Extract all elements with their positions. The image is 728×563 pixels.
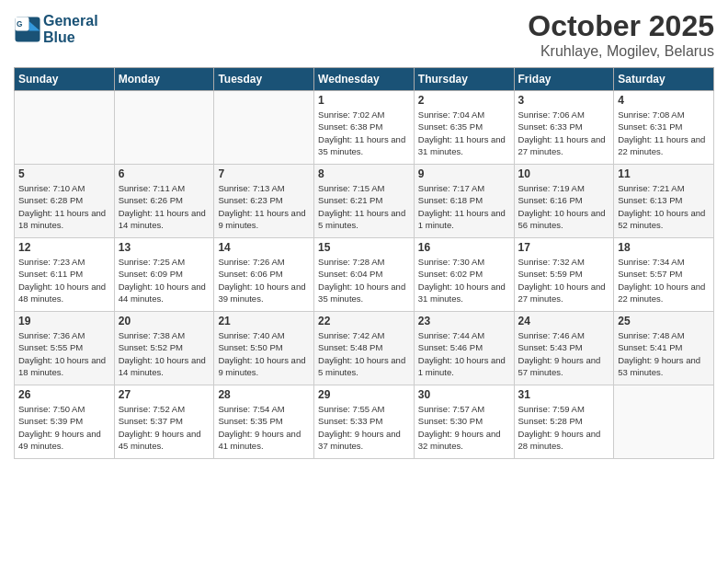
weekday-header-monday: Monday	[114, 68, 214, 91]
day-number: 17	[518, 241, 610, 254]
day-number: 30	[418, 388, 510, 401]
calendar-cell: 4Sunrise: 7:08 AMSunset: 6:31 PMDaylight…	[614, 91, 714, 165]
calendar-cell: 9Sunrise: 7:17 AMSunset: 6:18 PMDaylight…	[414, 165, 514, 238]
logo: G General Blue	[14, 13, 98, 45]
day-number: 2	[418, 94, 510, 107]
calendar-cell: 31Sunrise: 7:59 AMSunset: 5:28 PMDayligh…	[514, 385, 614, 459]
day-number: 24	[518, 315, 610, 327]
calendar-cell: 14Sunrise: 7:26 AMSunset: 6:06 PMDayligh…	[214, 238, 314, 312]
day-number: 11	[618, 167, 710, 180]
calendar-cell: 30Sunrise: 7:57 AMSunset: 5:30 PMDayligh…	[414, 385, 514, 459]
day-number: 23	[418, 315, 510, 327]
day-number: 9	[418, 167, 510, 180]
weekday-header-thursday: Thursday	[414, 68, 514, 91]
day-number: 18	[618, 241, 710, 254]
day-info: Sunrise: 7:23 AMSunset: 6:11 PMDaylight:…	[18, 256, 110, 304]
calendar-cell: 8Sunrise: 7:15 AMSunset: 6:21 PMDaylight…	[314, 165, 415, 238]
calendar-cell: 10Sunrise: 7:19 AMSunset: 6:16 PMDayligh…	[514, 165, 614, 238]
day-info: Sunrise: 7:10 AMSunset: 6:28 PMDaylight:…	[18, 182, 110, 231]
day-info: Sunrise: 7:02 AMSunset: 6:38 PMDaylight:…	[318, 109, 410, 157]
day-info: Sunrise: 7:21 AMSunset: 6:13 PMDaylight:…	[618, 182, 710, 231]
day-info: Sunrise: 7:13 AMSunset: 6:23 PMDaylight:…	[218, 182, 310, 231]
day-info: Sunrise: 7:25 AMSunset: 6:09 PMDaylight:…	[119, 256, 210, 304]
calendar-cell: 3Sunrise: 7:06 AMSunset: 6:33 PMDaylight…	[514, 91, 614, 165]
day-info: Sunrise: 7:38 AMSunset: 5:52 PMDaylight:…	[119, 329, 210, 378]
day-info: Sunrise: 7:42 AMSunset: 5:48 PMDaylight:…	[318, 329, 410, 378]
day-number: 3	[518, 94, 610, 107]
calendar-cell: 21Sunrise: 7:40 AMSunset: 5:50 PMDayligh…	[214, 312, 314, 385]
calendar-cell: 16Sunrise: 7:30 AMSunset: 6:02 PMDayligh…	[414, 238, 514, 312]
calendar-cell: 11Sunrise: 7:21 AMSunset: 6:13 PMDayligh…	[614, 165, 714, 238]
day-number: 1	[318, 94, 410, 107]
day-number: 6	[119, 167, 210, 180]
day-info: Sunrise: 7:46 AMSunset: 5:43 PMDaylight:…	[518, 329, 610, 378]
day-info: Sunrise: 7:08 AMSunset: 6:31 PMDaylight:…	[618, 109, 710, 157]
month-title: October 2025	[528, 9, 714, 43]
calendar-cell: 13Sunrise: 7:25 AMSunset: 6:09 PMDayligh…	[114, 238, 214, 312]
weekday-header-saturday: Saturday	[614, 68, 714, 91]
day-info: Sunrise: 7:54 AMSunset: 5:35 PMDaylight:…	[218, 403, 310, 452]
logo-text: General Blue	[43, 13, 98, 45]
location-title: Kruhlaye, Mogilev, Belarus	[528, 43, 714, 60]
day-info: Sunrise: 7:11 AMSunset: 6:26 PMDaylight:…	[119, 182, 210, 231]
day-number: 16	[418, 241, 510, 254]
calendar-cell	[214, 91, 314, 165]
calendar-cell: 27Sunrise: 7:52 AMSunset: 5:37 PMDayligh…	[114, 385, 214, 459]
day-info: Sunrise: 7:55 AMSunset: 5:33 PMDaylight:…	[318, 403, 410, 452]
day-info: Sunrise: 7:36 AMSunset: 5:55 PMDaylight:…	[18, 329, 110, 378]
calendar-cell: 6Sunrise: 7:11 AMSunset: 6:26 PMDaylight…	[114, 165, 214, 238]
day-number: 29	[318, 388, 410, 401]
calendar-cell: 19Sunrise: 7:36 AMSunset: 5:55 PMDayligh…	[15, 312, 115, 385]
day-info: Sunrise: 7:15 AMSunset: 6:21 PMDaylight:…	[318, 182, 410, 231]
day-info: Sunrise: 7:48 AMSunset: 5:41 PMDaylight:…	[618, 329, 710, 378]
calendar-cell	[114, 91, 214, 165]
day-number: 14	[218, 241, 310, 254]
day-info: Sunrise: 7:57 AMSunset: 5:30 PMDaylight:…	[418, 403, 510, 452]
weekday-header-sunday: Sunday	[15, 68, 115, 91]
calendar-cell: 18Sunrise: 7:34 AMSunset: 5:57 PMDayligh…	[614, 238, 714, 312]
calendar-cell: 12Sunrise: 7:23 AMSunset: 6:11 PMDayligh…	[15, 238, 115, 312]
calendar-cell: 26Sunrise: 7:50 AMSunset: 5:39 PMDayligh…	[15, 385, 115, 459]
calendar-cell	[614, 385, 714, 459]
header: G General Blue October 2025 Kruhlaye, Mo…	[14, 9, 714, 60]
calendar-cell: 29Sunrise: 7:55 AMSunset: 5:33 PMDayligh…	[314, 385, 415, 459]
calendar-cell: 22Sunrise: 7:42 AMSunset: 5:48 PMDayligh…	[314, 312, 415, 385]
weekday-header-tuesday: Tuesday	[214, 68, 314, 91]
calendar-cell: 7Sunrise: 7:13 AMSunset: 6:23 PMDaylight…	[214, 165, 314, 238]
svg-text:G: G	[17, 20, 22, 29]
day-info: Sunrise: 7:28 AMSunset: 6:04 PMDaylight:…	[318, 256, 410, 304]
day-info: Sunrise: 7:32 AMSunset: 5:59 PMDaylight:…	[518, 256, 610, 304]
day-number: 26	[18, 388, 110, 401]
day-info: Sunrise: 7:19 AMSunset: 6:16 PMDaylight:…	[518, 182, 610, 231]
day-number: 8	[318, 167, 410, 180]
day-number: 20	[119, 315, 210, 327]
day-number: 15	[318, 241, 410, 254]
day-number: 13	[119, 241, 210, 254]
day-number: 5	[18, 167, 110, 180]
day-number: 12	[18, 241, 110, 254]
day-info: Sunrise: 7:26 AMSunset: 6:06 PMDaylight:…	[218, 256, 310, 304]
day-info: Sunrise: 7:34 AMSunset: 5:57 PMDaylight:…	[618, 256, 710, 304]
day-info: Sunrise: 7:40 AMSunset: 5:50 PMDaylight:…	[218, 329, 310, 378]
calendar-cell: 17Sunrise: 7:32 AMSunset: 5:59 PMDayligh…	[514, 238, 614, 312]
calendar-cell: 25Sunrise: 7:48 AMSunset: 5:41 PMDayligh…	[614, 312, 714, 385]
calendar-cell	[15, 91, 115, 165]
weekday-header-friday: Friday	[514, 68, 614, 91]
logo-icon: G	[14, 16, 41, 43]
day-number: 28	[218, 388, 310, 401]
day-info: Sunrise: 7:50 AMSunset: 5:39 PMDaylight:…	[18, 403, 110, 452]
day-number: 22	[318, 315, 410, 327]
calendar-cell: 23Sunrise: 7:44 AMSunset: 5:46 PMDayligh…	[414, 312, 514, 385]
calendar-cell: 28Sunrise: 7:54 AMSunset: 5:35 PMDayligh…	[214, 385, 314, 459]
day-number: 25	[618, 315, 710, 327]
day-number: 21	[218, 315, 310, 327]
day-info: Sunrise: 7:44 AMSunset: 5:46 PMDaylight:…	[418, 329, 510, 378]
calendar-cell: 5Sunrise: 7:10 AMSunset: 6:28 PMDaylight…	[15, 165, 115, 238]
day-info: Sunrise: 7:30 AMSunset: 6:02 PMDaylight:…	[418, 256, 510, 304]
weekday-header-wednesday: Wednesday	[314, 68, 415, 91]
calendar-table: SundayMondayTuesdayWednesdayThursdayFrid…	[14, 67, 714, 459]
main-container: G General Blue October 2025 Kruhlaye, Mo…	[0, 0, 728, 468]
day-info: Sunrise: 7:52 AMSunset: 5:37 PMDaylight:…	[119, 403, 210, 452]
day-info: Sunrise: 7:04 AMSunset: 6:35 PMDaylight:…	[418, 109, 510, 157]
day-number: 19	[18, 315, 110, 327]
